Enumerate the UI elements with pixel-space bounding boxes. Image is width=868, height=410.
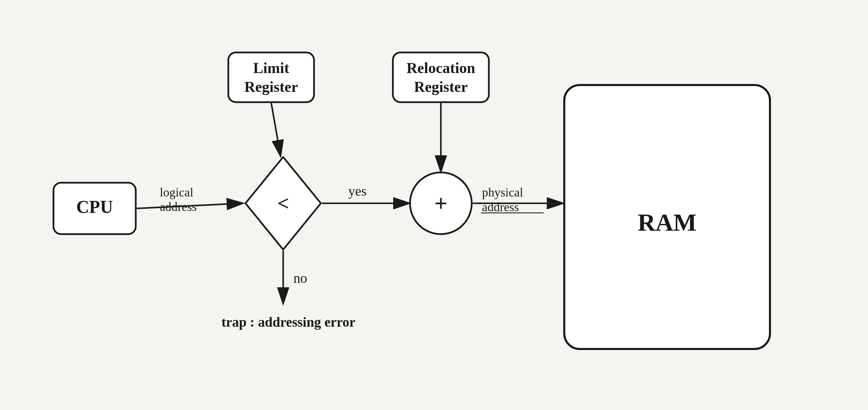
adder-to-ram-arrow: physical address: [473, 185, 562, 214]
adder-label: +: [434, 190, 448, 216]
trap-text: trap : addressing error: [221, 314, 355, 330]
ram-label: RAM: [638, 209, 697, 236]
svg-text:Register: Register: [244, 79, 298, 95]
no-label: no: [293, 270, 307, 286]
adder-node: +: [410, 172, 472, 234]
svg-line-10: [271, 102, 280, 155]
logical-address-label: logical: [160, 185, 193, 199]
relocation-register-node: Relocation Register: [393, 52, 489, 102]
comparator-label: <: [277, 192, 289, 215]
svg-text:address: address: [160, 200, 197, 214]
comparator-to-adder-arrow: yes: [322, 183, 409, 203]
cpu-label: CPU: [76, 197, 113, 217]
limit-register-node: Limit Register: [228, 52, 314, 102]
svg-text:Register: Register: [414, 79, 468, 95]
yes-label: yes: [348, 183, 366, 199]
comparator-node: <: [245, 157, 321, 250]
trap-label: trap : addressing error: [221, 314, 355, 330]
cpu-to-comparator-arrow: logical address: [137, 185, 242, 214]
cpu-node: CPU: [53, 183, 136, 234]
ram-node: RAM: [564, 85, 770, 349]
svg-text:address: address: [482, 200, 519, 214]
diagram-container: CPU Limit Register Relocation Register <…: [23, 25, 845, 385]
comparator-to-trap-arrow: no: [283, 251, 307, 303]
relocation-register-label: Relocation: [407, 60, 475, 76]
limit-register-label: Limit: [253, 60, 289, 76]
limit-to-comparator-arrow: [271, 102, 280, 155]
physical-address-label: physical: [482, 185, 523, 199]
